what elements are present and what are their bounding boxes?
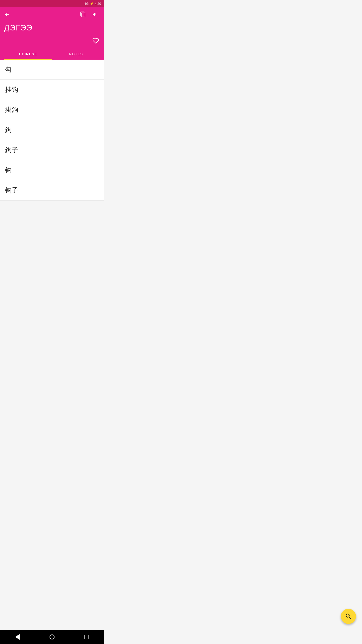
volume-icon	[92, 11, 98, 17]
sound-button[interactable]	[90, 9, 100, 21]
network-indicator: 4G	[84, 2, 88, 6]
copy-button[interactable]	[78, 9, 88, 21]
favorite-row	[4, 36, 100, 49]
status-bar: 4G ⚡ 4:20	[0, 0, 104, 7]
content-area: 勾 挂钩 掛鉤 鉤 鉤子 钩 钩子	[0, 60, 104, 200]
back-button[interactable]	[2, 9, 12, 21]
heart-icon	[93, 37, 99, 44]
list-item[interactable]: 勾	[0, 60, 104, 80]
list-item[interactable]: 钩	[0, 160, 104, 180]
list-item[interactable]: 钩子	[0, 180, 104, 200]
header-actions	[78, 9, 100, 21]
list-item[interactable]: 掛鉤	[0, 100, 104, 120]
time-display: 4:20	[95, 2, 101, 6]
word-title: ДЭГЭЭ	[4, 21, 100, 36]
favorite-button[interactable]	[92, 36, 100, 47]
tab-notes[interactable]: NOTES	[52, 49, 100, 60]
header-top-row	[4, 9, 100, 21]
list-item[interactable]: 鉤	[0, 120, 104, 140]
battery-icon: ⚡	[90, 2, 94, 6]
list-item[interactable]: 鉤子	[0, 140, 104, 160]
status-icons: 4G ⚡ 4:20	[84, 2, 101, 6]
header: ДЭГЭЭ CHINESE NOTES	[0, 7, 104, 60]
list-item[interactable]: 挂钩	[0, 80, 104, 100]
tabs-container: CHINESE NOTES	[4, 49, 100, 60]
tab-chinese[interactable]: CHINESE	[4, 49, 52, 60]
copy-icon	[80, 11, 86, 17]
back-arrow-icon	[4, 11, 10, 17]
